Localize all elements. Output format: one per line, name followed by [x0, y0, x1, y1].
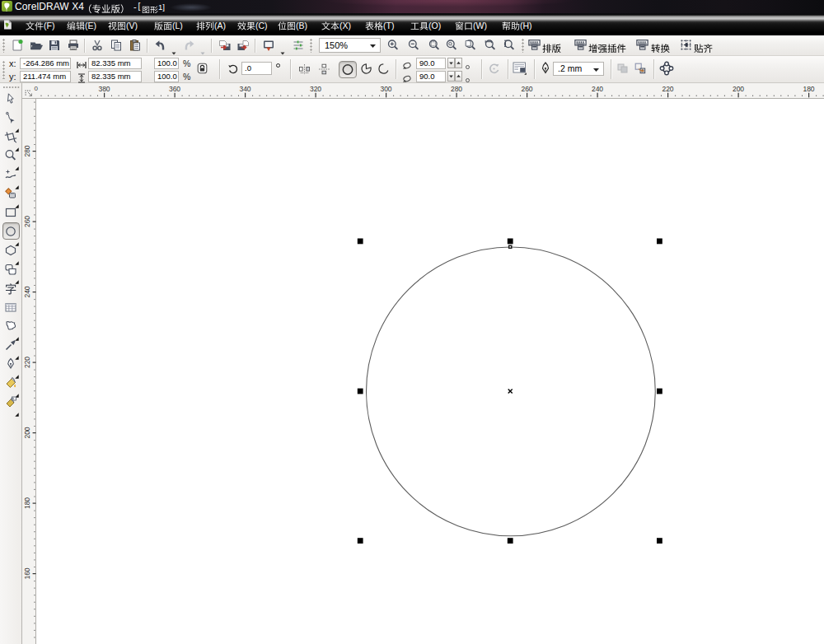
svg-text:220: 220	[662, 85, 673, 93]
svg-text:200: 200	[733, 85, 744, 93]
svg-text:260: 260	[521, 85, 532, 93]
svg-text:300: 300	[380, 85, 391, 93]
svg-text:260: 260	[23, 216, 31, 227]
svg-text:360: 360	[169, 85, 180, 93]
svg-text:240: 240	[592, 85, 603, 93]
svg-text:180: 180	[803, 85, 814, 93]
svg-text:180: 180	[23, 497, 31, 509]
svg-text:200: 200	[23, 427, 31, 438]
svg-text:380: 380	[98, 85, 110, 93]
svg-text:160: 160	[23, 567, 31, 579]
svg-text:280: 280	[23, 145, 31, 156]
svg-text:340: 340	[239, 85, 250, 93]
svg-text:320: 320	[310, 85, 321, 93]
svg-text:240: 240	[23, 286, 31, 297]
svg-text:280: 280	[451, 85, 462, 93]
svg-text:220: 220	[23, 357, 31, 368]
